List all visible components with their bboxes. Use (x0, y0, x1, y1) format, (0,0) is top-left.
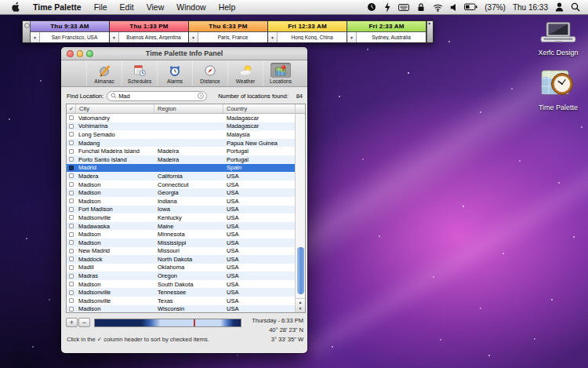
lock-icon[interactable] (416, 2, 426, 12)
table-row[interactable]: Madisonville Tennessee USA (67, 288, 295, 297)
battery-icon[interactable] (464, 3, 477, 11)
clock-menu-extra-icon[interactable] (367, 2, 376, 12)
table-row[interactable]: Vatomandry Madagascar (67, 114, 295, 122)
column-header-country[interactable]: Country (223, 104, 296, 113)
scroll-up-icon[interactable]: ▲ (299, 301, 303, 304)
scrollbar-thumb[interactable] (297, 247, 304, 295)
table-row[interactable]: Long Semado Malaysia (67, 130, 295, 139)
table-row[interactable]: Madison Minnesota USA (67, 230, 295, 239)
row-checkbox[interactable] (69, 215, 74, 220)
timezone-dropdown-button[interactable]: ▼ (110, 32, 119, 42)
column-header-region[interactable]: Region (154, 104, 223, 113)
row-checkbox[interactable] (69, 173, 74, 178)
table-row[interactable]: Maddock North Dakota USA (67, 255, 295, 264)
row-checkbox[interactable] (69, 265, 74, 270)
toolbar-button-locations[interactable]: Locations (263, 60, 298, 86)
table-row[interactable]: Madawaska Maine USA (67, 222, 295, 231)
row-checkbox[interactable] (69, 207, 74, 212)
volume-icon[interactable] (450, 3, 457, 12)
row-checkbox[interactable] (69, 140, 74, 145)
table-row[interactable]: Madisonville Kentucky USA (67, 213, 295, 222)
row-checkbox[interactable] (69, 298, 74, 303)
palette-resize-handle[interactable] (426, 21, 433, 42)
row-checkbox[interactable] (69, 274, 74, 279)
menu-item[interactable]: File (94, 2, 107, 12)
table-row[interactable]: Madison Indiana USA (67, 197, 295, 206)
close-button[interactable] (67, 50, 74, 57)
charging-icon[interactable] (383, 2, 391, 13)
table-row[interactable]: Madrid Spain (67, 164, 295, 173)
desktop-icon-xeric-design[interactable]: Xeric Design (534, 22, 583, 56)
table-row[interactable]: Madras Oregon USA (67, 271, 295, 280)
menu-clock[interactable]: Thu 16:33 (513, 3, 548, 12)
table-row[interactable]: Vohimarina Madagascar (67, 122, 295, 131)
spotlight-icon[interactable] (571, 2, 580, 12)
vertical-scrollbar[interactable]: ▲ ▼ (295, 114, 305, 312)
table-row[interactable]: Madison Mississippi USA (67, 239, 295, 247)
column-header-city[interactable]: City (76, 104, 154, 113)
table-row[interactable]: Funchal Madeira Island Madeira Portugal (67, 147, 295, 155)
window-titlebar[interactable]: Time Palette Info Panel (61, 47, 307, 60)
row-checkbox[interactable] (69, 191, 74, 195)
day-night-timeline-bar[interactable] (94, 319, 241, 327)
table-row[interactable]: Madison Connecticut USA (67, 180, 295, 189)
remove-location-button[interactable]: − (78, 318, 90, 327)
apple-menu-icon[interactable] (11, 2, 20, 13)
menu-item[interactable]: Help (219, 2, 236, 12)
timezone-dropdown-button[interactable]: ▼ (31, 32, 40, 42)
toolbar-button-alarms[interactable]: Alarms (157, 60, 192, 86)
row-checkbox[interactable] (69, 199, 74, 203)
menu-item[interactable]: Window (176, 2, 205, 12)
toolbar-button-distance[interactable]: Distance (192, 60, 227, 86)
toolbar-button-weather[interactable]: Weather (227, 60, 263, 86)
keyboard-icon[interactable] (398, 3, 409, 12)
zoom-button[interactable] (86, 50, 93, 57)
timezone-dropdown-button[interactable]: ▼ (347, 32, 357, 42)
timezone-dropdown-button[interactable]: ▼ (268, 32, 278, 42)
row-checkbox[interactable] (69, 307, 74, 312)
row-checkbox[interactable] (69, 157, 74, 162)
timezone-card-sydney[interactable]: Fri 2:33 AM ▼Sydney, Australia (347, 21, 426, 42)
wifi-icon[interactable] (433, 3, 443, 12)
search-field[interactable]: × (107, 91, 207, 101)
menu-app-name[interactable]: Time Palette (33, 2, 82, 12)
table-row[interactable]: Madisonville Texas USA (67, 297, 295, 305)
timezone-card-paris[interactable]: Thu 6:33 PM ▼Paris, France (189, 21, 268, 42)
row-checkbox[interactable] (69, 132, 74, 137)
table-row[interactable]: Madang Papua New Guinea (67, 139, 295, 148)
search-input[interactable] (118, 93, 196, 100)
palette-close-handle[interactable] (23, 21, 31, 42)
row-checkbox[interactable] (69, 257, 74, 261)
table-row[interactable]: Fort Madison Iowa USA (67, 206, 295, 214)
clear-search-icon[interactable]: × (198, 93, 204, 99)
row-checkbox[interactable] (69, 232, 74, 237)
row-checkbox[interactable] (69, 282, 74, 286)
toolbar-button-almanac[interactable]: Almanac (86, 60, 122, 86)
table-row[interactable]: New Madrid Missouri USA (67, 247, 295, 256)
table-row[interactable]: Madison Wisconsin USA (67, 305, 295, 312)
row-checkbox[interactable] (69, 124, 74, 129)
row-checkbox[interactable] (69, 166, 74, 170)
table-row[interactable]: Porto Santo Island Madeira Portugal (67, 155, 295, 164)
row-checkbox[interactable] (69, 224, 74, 228)
row-checkbox[interactable] (69, 115, 74, 120)
timezone-card-buenos-aires[interactable]: Thu 1:33 PM ▼Buenos Aires, Argentina (110, 21, 189, 42)
column-header-checked[interactable]: ✓ (67, 104, 76, 113)
timezone-card-san-francisco[interactable]: Thu 9:33 AM ▼San Francisco, USA (31, 21, 110, 42)
toolbar-button-schedules[interactable]: Schedules (122, 60, 157, 86)
row-checkbox[interactable] (69, 240, 74, 245)
row-checkbox[interactable] (69, 182, 74, 187)
menu-item[interactable]: View (147, 2, 165, 12)
timezone-dropdown-button[interactable]: ▼ (189, 32, 198, 42)
timezone-card-hong-kong[interactable]: Fri 12:33 AM ▼Hong Kong, China (268, 21, 347, 42)
table-row[interactable]: Madison Georgia USA (67, 188, 295, 197)
table-row[interactable]: Madill Oklahoma USA (67, 264, 295, 272)
row-checkbox[interactable] (69, 149, 74, 154)
table-row[interactable]: Madera California USA (67, 172, 295, 180)
desktop-icon-time-palette[interactable]: Time Palette (534, 66, 583, 111)
add-location-button[interactable]: + (66, 318, 78, 327)
minimize-button[interactable] (77, 50, 84, 57)
row-checkbox[interactable] (69, 249, 74, 253)
table-row[interactable]: Madison South Dakota USA (67, 280, 295, 289)
user-icon[interactable] (555, 2, 564, 12)
